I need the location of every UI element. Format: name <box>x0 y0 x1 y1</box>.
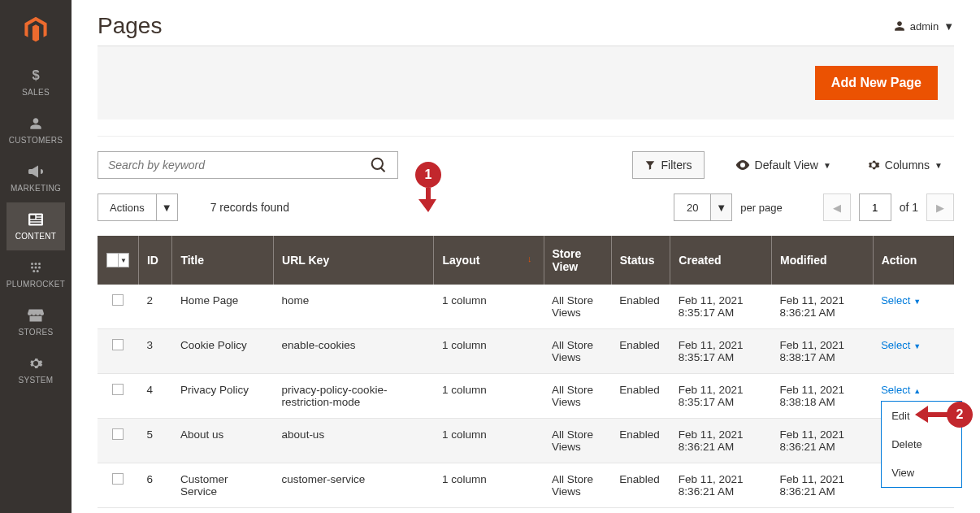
sidebar-item-sales[interactable]: $SALES <box>7 59 65 107</box>
cell-id: 2 <box>138 285 172 329</box>
cell-modified: Feb 11, 2021 8:36:21 AM <box>772 463 874 508</box>
row-checkbox[interactable] <box>112 473 124 485</box>
sidebar-item-plumrocket[interactable]: PLUMROCKET <box>7 250 65 298</box>
svg-point-9 <box>38 263 41 265</box>
per-page-value: 20 <box>674 194 710 220</box>
sidebar: $SALESCUSTOMERSMARKETINGCONTENTPLUMROCKE… <box>0 0 72 513</box>
cell-store: All Store Views <box>544 419 611 463</box>
cell-title: Home Page <box>172 285 274 329</box>
dollar-icon: $ <box>28 67 43 85</box>
default-view-label: Default View <box>755 159 818 172</box>
cell-title: Privacy Policy <box>172 374 274 419</box>
cell-store: All Store Views <box>544 329 611 374</box>
sidebar-item-label: PLUMROCKET <box>7 280 65 289</box>
arrow-down-icon <box>418 188 438 212</box>
select-link[interactable]: Select▼ <box>881 294 921 306</box>
table-row: 2Home Pagehome1 columnAll Store ViewsEna… <box>98 285 954 329</box>
total-pages: 1 <box>912 201 918 214</box>
cell-modified: Feb 11, 2021 8:38:18 AM <box>772 374 874 419</box>
default-view-button[interactable]: Default View ▼ <box>724 154 843 176</box>
cell-modified: Feb 11, 2021 8:38:17 AM <box>772 329 874 374</box>
row-checkbox[interactable] <box>112 339 124 350</box>
columns-label: Columns <box>885 159 930 172</box>
col-url-key[interactable]: URL Key <box>274 236 434 285</box>
cell-store: All Store Views <box>544 285 611 329</box>
cell-url-key: about-us <box>274 419 434 463</box>
cell-action: Select▼ <box>873 285 954 329</box>
search-container <box>98 151 398 179</box>
caret-down-icon: ▼ <box>710 194 731 220</box>
col-status[interactable]: Status <box>611 236 670 285</box>
sidebar-item-customers[interactable]: CUSTOMERS <box>7 107 65 154</box>
callout-1: 1 <box>415 162 441 188</box>
search-go-button[interactable] <box>360 152 397 178</box>
cell-created: Feb 11, 2021 8:35:17 AM <box>670 329 772 374</box>
cell-url-key: home <box>274 285 434 329</box>
caret-icon: ▼ <box>913 342 921 350</box>
cell-created: Feb 11, 2021 8:36:21 AM <box>670 419 772 463</box>
caret-icon: ▼ <box>913 298 921 306</box>
add-new-page-button[interactable]: Add New Page <box>815 66 938 100</box>
search-input[interactable] <box>98 152 360 178</box>
cell-modified: Feb 11, 2021 8:36:21 AM <box>772 285 874 329</box>
per-page-select[interactable]: 20 ▼ <box>674 193 732 221</box>
hero-bar: Add New Page <box>98 46 954 120</box>
filters-button[interactable]: Filters <box>632 151 704 179</box>
actions-label: Actions <box>98 202 156 214</box>
user-menu[interactable]: admin ▼ <box>894 20 954 33</box>
logo[interactable] <box>0 0 72 59</box>
prev-page-button[interactable]: ◀ <box>823 193 851 221</box>
col-id[interactable]: ID <box>138 236 172 285</box>
cell-title: Customer Service <box>172 463 274 508</box>
cell-status: Enabled <box>611 329 670 374</box>
select-link[interactable]: Select▼ <box>881 339 921 351</box>
cell-created: Feb 11, 2021 8:35:17 AM <box>670 374 772 419</box>
filters-label: Filters <box>661 159 692 172</box>
col-title[interactable]: Title <box>172 236 274 285</box>
bulk-actions-select[interactable]: Actions ▼ <box>98 193 178 221</box>
of-label: of <box>900 201 909 214</box>
sort-arrow-icon: ↓ <box>527 254 532 263</box>
callout-2: 2 <box>947 402 973 428</box>
col-modified[interactable]: Modified <box>772 236 874 285</box>
sidebar-item-marketing[interactable]: MARKETING <box>7 154 65 202</box>
sidebar-item-stores[interactable]: STORES <box>7 298 65 346</box>
col-created[interactable]: Created <box>670 236 772 285</box>
svg-rect-3 <box>37 215 41 217</box>
person-icon <box>29 115 42 133</box>
table-row: 3Cookie Policyenable-cookies1 columnAll … <box>98 329 954 374</box>
cell-layout: 1 column <box>434 285 544 329</box>
stores-icon <box>28 306 44 324</box>
caret-down-icon: ▼ <box>943 20 954 33</box>
caret-down-icon: ▼ <box>119 257 128 264</box>
select-link[interactable]: Select▲ <box>881 384 921 396</box>
next-page-button[interactable]: ▶ <box>926 193 954 221</box>
table-row: 5About usabout-us1 columnAll Store Views… <box>98 419 954 463</box>
svg-rect-5 <box>30 220 41 222</box>
page-title: Pages <box>98 13 162 39</box>
col-store[interactable]: Store View <box>544 236 611 285</box>
action-view[interactable]: View <box>882 459 961 487</box>
row-checkbox[interactable] <box>112 428 124 440</box>
col-checkbox[interactable]: ▼ <box>98 236 138 285</box>
table-row: 4Privacy Policyprivacy-policy-cookie-res… <box>98 374 954 419</box>
eye-icon <box>735 159 750 171</box>
sidebar-item-system[interactable]: SYSTEM <box>7 346 65 394</box>
columns-button[interactable]: Columns ▼ <box>856 154 954 176</box>
svg-point-13 <box>33 270 35 272</box>
col-action[interactable]: Action <box>873 236 954 285</box>
cell-url-key: customer-service <box>274 463 434 508</box>
col-layout[interactable]: Layout↓ <box>434 236 544 285</box>
page-input[interactable] <box>859 193 891 221</box>
cell-store: All Store Views <box>544 463 611 508</box>
cell-status: Enabled <box>611 374 670 419</box>
cell-status: Enabled <box>611 419 670 463</box>
sidebar-item-label: SALES <box>22 88 50 97</box>
sidebar-item-label: STORES <box>19 328 54 337</box>
action-delete[interactable]: Delete <box>882 430 961 459</box>
pages-grid: ▼ ID Title URL Key Layout↓ Store View St… <box>98 236 954 508</box>
row-checkbox[interactable] <box>112 384 124 395</box>
sidebar-item-content[interactable]: CONTENT <box>7 202 65 250</box>
row-checkbox[interactable] <box>112 294 124 306</box>
bullhorn-icon <box>28 163 43 180</box>
